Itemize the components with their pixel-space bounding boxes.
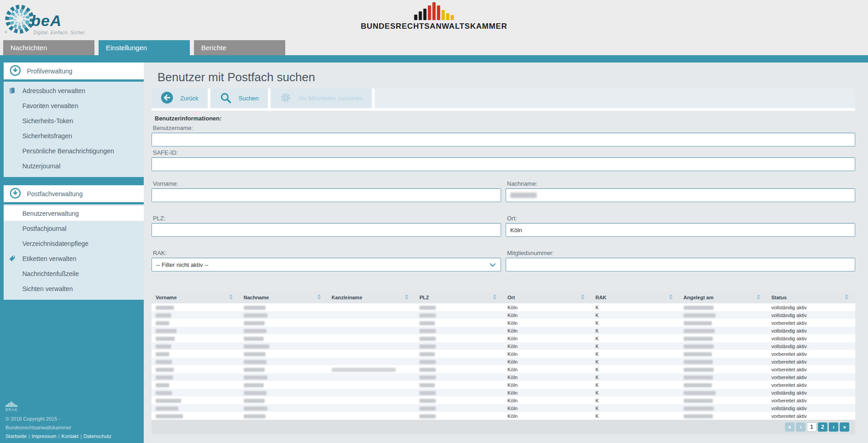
section-header-profilverwaltung[interactable]: Profilverwaltung (4, 63, 144, 79)
cell-angelegt-am (680, 404, 768, 412)
sidebar-item-label: Persönliche Benachrichtigungen (22, 147, 114, 155)
footer-link-kontakt[interactable]: Kontakt (62, 433, 78, 439)
plz-input[interactable] (152, 223, 501, 237)
column-header-kanzleiname[interactable]: Kanzleiname (328, 292, 416, 303)
page-button-1: 1 (807, 422, 816, 432)
cell-kanzleiname (328, 365, 416, 373)
sidebar-item-sicherheitsfragen[interactable]: Sicherheitsfragen (4, 128, 144, 143)
table-row[interactable]: KölnKvorbereitet aktiv (152, 396, 855, 404)
suchen-button[interactable]: Suchen (210, 89, 271, 108)
table-row[interactable]: KölnKvorbereitet aktiv (152, 350, 855, 358)
table-row[interactable]: KölnKvollständig aktiv (152, 334, 855, 342)
sidebar-item-adressbuch-verwalten[interactable]: Adressbuch verwalten (4, 83, 144, 98)
safe-id-input[interactable] (152, 157, 855, 171)
sidebar-item-favoriten-verwalten[interactable]: Favoriten verwalten (4, 98, 144, 113)
page-button-2[interactable]: 2 (818, 422, 827, 432)
column-header-rak[interactable]: RAK (591, 292, 680, 303)
sort-icon[interactable] (669, 294, 673, 300)
cell-plz (415, 412, 503, 420)
redacted-text (244, 352, 266, 356)
sidebar-item-nutzerjournal[interactable]: Nutzerjournal (4, 158, 144, 173)
table-row[interactable]: KölnKvollständig aktiv (152, 342, 855, 350)
cell-rak: K (591, 373, 680, 381)
cell-vorname (152, 365, 240, 373)
sort-icon[interactable] (317, 294, 321, 300)
column-header-ort[interactable]: Ort (503, 292, 591, 303)
nachname-input[interactable] (506, 188, 855, 202)
footer-link-impressum[interactable]: Impressum (31, 433, 56, 439)
table-row[interactable]: KölnKvorbereitet aktiv (152, 412, 855, 420)
column-header-status[interactable]: Status (767, 292, 855, 303)
cell-plz (415, 303, 503, 311)
footer-link-datenschutz[interactable]: Datenschutz (84, 433, 111, 439)
rak-select[interactable]: -- Filter nicht aktiv -- (152, 258, 501, 271)
sort-icon[interactable] (845, 294, 848, 300)
ort-input[interactable] (506, 223, 855, 237)
cell-plz (415, 342, 503, 350)
form-heading: Benutzerinformationen: (155, 115, 855, 122)
cell-angelegt-am (680, 303, 768, 311)
sidebar-item-postfachjournal[interactable]: Postfachjournal (4, 221, 144, 236)
tab-einstellungen[interactable]: Einstellungen (99, 40, 190, 55)
sort-icon[interactable] (581, 294, 585, 300)
cell-nachname (240, 342, 328, 350)
sort-icon[interactable] (757, 294, 760, 300)
cell-status: vorbereitet aktiv (767, 319, 855, 327)
column-header-nachname[interactable]: Nachname (240, 292, 328, 303)
cell-nachname (240, 389, 328, 396)
table-row[interactable]: KölnKvorbereitet aktiv (152, 365, 855, 373)
mitgliedsnummer-input[interactable] (506, 258, 855, 271)
cell-plz (415, 334, 503, 342)
prev-page-button: ‹ (796, 422, 805, 432)
column-header-angelegt-am[interactable]: Angelegt am (680, 292, 768, 303)
cell-nachname (240, 350, 328, 358)
field-vorname: Vorname: (152, 180, 501, 202)
tab-berichte[interactable]: Berichte (194, 40, 285, 55)
sidebar-item-benutzerverwaltung[interactable]: Benutzerverwaltung (4, 206, 144, 221)
table-row[interactable]: KölnKvollständig aktiv (152, 327, 855, 334)
table-row[interactable]: KölnKvorbereitet aktiv (152, 358, 855, 365)
sidebar-item-nachrichtenfu-zeile[interactable]: Nachrichtenfußzeile (4, 266, 144, 281)
table-row[interactable]: KölnKvollständig aktiv (152, 303, 855, 311)
tab-nachrichten[interactable]: Nachrichten (3, 40, 94, 55)
table-row[interactable]: KölnKvollständig aktiv (152, 311, 855, 319)
vorname-input[interactable] (152, 188, 501, 202)
table-row[interactable]: KölnKvorbereitet aktiv (152, 373, 855, 381)
redacted-text (156, 375, 173, 380)
sort-icon[interactable] (493, 294, 497, 300)
table-row[interactable]: KölnKvorbereitet aktiv (152, 381, 855, 389)
column-header-vorname[interactable]: Vorname (152, 292, 240, 303)
table-row[interactable]: KölnKvollständig aktiv (152, 389, 855, 396)
cell-vorname (152, 350, 240, 358)
cell-rak: K (591, 311, 680, 319)
circle-arrow-down-icon (10, 65, 21, 78)
sidebar-item-sicherheits-token[interactable]: Sicherheits-Token (4, 113, 144, 128)
column-header-plz[interactable]: PLZ (415, 292, 503, 303)
section-header-postfachverwaltung[interactable]: Postfachverwaltung (4, 185, 144, 202)
cell-status: vollständig aktiv (767, 404, 855, 412)
sort-icon[interactable] (229, 294, 233, 300)
zur-ck-button[interactable]: Zurück (152, 89, 210, 108)
cell-nachname (240, 381, 328, 389)
last-page-button[interactable]: » (840, 422, 849, 432)
benutzername-input[interactable] (152, 133, 855, 146)
sidebar-item-pers-nliche-benachrichtigungen[interactable]: Persönliche Benachrichtigungen (4, 143, 144, 158)
cell-rak: K (591, 396, 680, 404)
redacted-text (244, 360, 267, 364)
redacted-text (244, 321, 265, 325)
redacted-text (244, 344, 269, 349)
sidebar-item-label: Sicherheits-Token (22, 117, 73, 125)
table-row[interactable]: KölnKvollständig aktiv (152, 404, 855, 412)
cell-plz (415, 327, 503, 334)
sidebar-item-etiketten-verwalten[interactable]: Etiketten verwalten (4, 251, 144, 266)
table-row[interactable]: KölnKvorbereitet aktiv (152, 319, 855, 327)
redacted-text (419, 407, 436, 411)
sidebar-item-sichten-verwalten[interactable]: Sichten verwalten (4, 281, 144, 296)
footer-link-startseite[interactable]: Startseite (5, 433, 26, 439)
sort-icon[interactable] (405, 294, 408, 300)
sidebar-item-verzeichnisdatenpflege[interactable]: Verzeichnisdatenpflege (4, 236, 144, 251)
next-page-button[interactable]: › (829, 422, 838, 432)
cell-ort: Köln (503, 373, 591, 381)
redacted-text (419, 360, 436, 364)
bea-application: beA ® Digital. Einfach. Sicher. BUNDESRE… (0, 0, 868, 443)
